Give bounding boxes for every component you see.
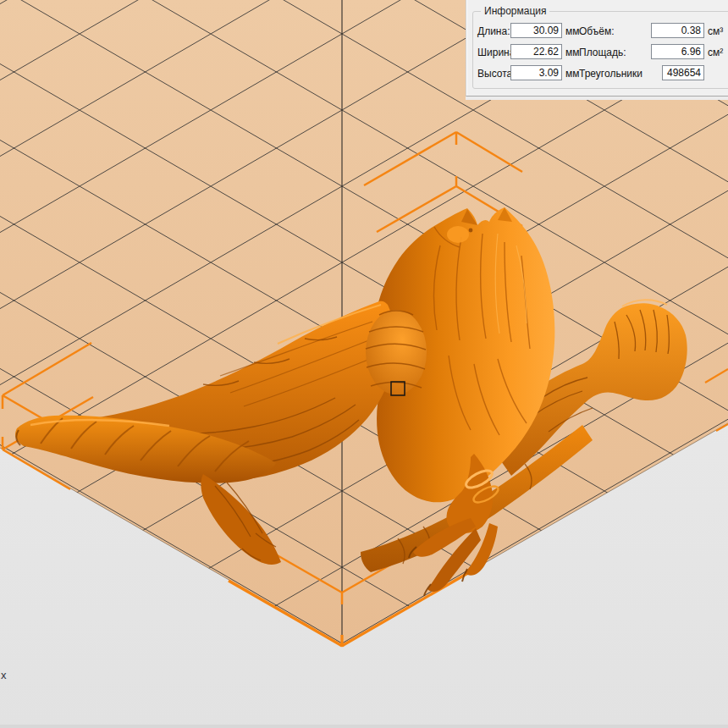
width-input[interactable]: [510, 44, 562, 59]
length-input[interactable]: [510, 23, 562, 38]
height-label: Высота:: [477, 68, 516, 80]
axis-label-x: x: [1, 669, 7, 681]
volume-unit: см³: [708, 25, 723, 37]
length-label: Длина:: [477, 25, 510, 37]
info-panel: Информация Длина: мм Ширина: мм Высота: …: [466, 0, 728, 97]
triangles-input[interactable]: [662, 65, 704, 80]
viewport-bottom-edge: [0, 725, 728, 728]
viewport-3d[interactable]: [0, 0, 728, 728]
app-window: Информация Длина: мм Ширина: мм Высота: …: [0, 0, 728, 728]
length-unit: мм: [565, 25, 580, 37]
triangles-label: Треугольники: [579, 68, 643, 80]
volume-input[interactable]: [651, 23, 704, 38]
width-unit: мм: [565, 47, 580, 58]
area-label: Площадь:: [579, 47, 626, 58]
height-input[interactable]: [510, 65, 562, 80]
area-input[interactable]: [651, 44, 704, 59]
volume-label: Объём:: [579, 25, 615, 37]
panel-gap: [466, 97, 728, 100]
info-panel-title: Информация: [481, 5, 549, 17]
height-unit: мм: [565, 68, 580, 80]
area-unit: см²: [708, 47, 723, 58]
